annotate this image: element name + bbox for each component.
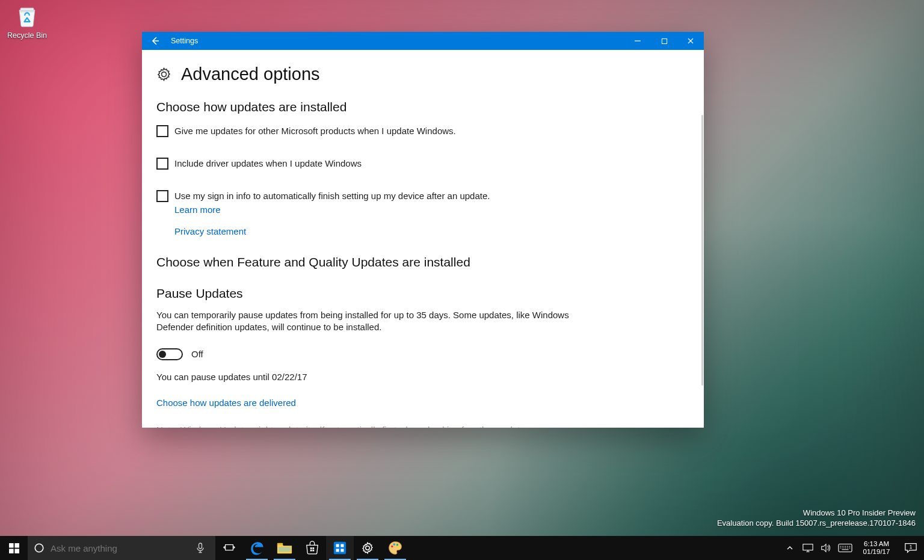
svg-point-24: [398, 546, 399, 548]
cortana-search[interactable]: [28, 536, 215, 560]
taskbar-app-settings[interactable]: [354, 536, 381, 560]
tray-volume[interactable]: [817, 543, 835, 553]
minimize-button[interactable]: [624, 32, 651, 50]
pause-updates-title: Pause Updates: [156, 286, 686, 301]
taskbar-app-edge[interactable]: [243, 536, 271, 560]
close-button[interactable]: [677, 32, 704, 50]
checkbox-ms-products[interactable]: [156, 125, 168, 137]
window-title: Settings: [168, 37, 198, 45]
arrow-left-icon: [150, 36, 160, 46]
maximize-button[interactable]: [651, 32, 677, 50]
scrollbar[interactable]: [701, 115, 703, 386]
svg-rect-8: [226, 545, 233, 550]
svg-rect-10: [279, 547, 291, 552]
svg-rect-7: [199, 543, 202, 549]
note-cut-text: Note: Windows Update might update itself…: [156, 425, 529, 428]
svg-rect-9: [277, 543, 283, 546]
checkbox-row-signin-info: Use my sign in info to automatically fin…: [156, 190, 686, 202]
svg-rect-2: [9, 543, 14, 548]
delivery-link[interactable]: Choose how updates are delivered: [156, 398, 296, 408]
speaker-icon: [821, 543, 831, 553]
cortana-ring-icon: [34, 543, 45, 553]
microphone-button[interactable]: [191, 543, 209, 553]
page-title: Advanced options: [181, 64, 320, 84]
svg-rect-14: [312, 550, 314, 552]
svg-rect-5: [14, 549, 19, 553]
checkbox-signin-info-label: Use my sign in info to automatically fin…: [174, 190, 490, 202]
gear-icon: [156, 67, 171, 82]
checkbox-row-driver-updates: Include driver updates when I update Win…: [156, 158, 686, 170]
scroll-area: Advanced options Choose how updates are …: [142, 50, 700, 428]
svg-point-23: [396, 544, 398, 546]
content-area: Advanced options Choose how updates are …: [142, 50, 704, 428]
checkbox-driver-updates-label: Include driver updates when I update Win…: [174, 158, 362, 170]
svg-rect-19: [340, 549, 343, 552]
watermark-line2: Evaluation copy. Build 15007.rs_prerelea…: [717, 518, 916, 529]
svg-rect-3: [14, 543, 19, 548]
start-button[interactable]: [0, 536, 28, 560]
clock-date: 01/19/17: [863, 548, 890, 556]
settings-window: Settings Advanced options: [142, 32, 704, 428]
pause-until-text: You can pause updates until 02/22/17: [156, 371, 590, 383]
taskbar-app-file-explorer[interactable]: [271, 536, 298, 560]
checkbox-signin-info[interactable]: [156, 190, 168, 202]
taskbar-app-store[interactable]: [298, 536, 326, 560]
desktop-watermark: Windows 10 Pro Insider Preview Evaluatio…: [717, 508, 916, 529]
taskbar: 6:13 AM 01/19/17 1: [0, 536, 924, 560]
checkbox-driver-updates[interactable]: [156, 158, 168, 170]
tray-keyboard[interactable]: [835, 543, 855, 553]
svg-rect-18: [336, 549, 339, 552]
tray-overflow[interactable]: [781, 544, 799, 552]
titlebar[interactable]: Settings: [142, 32, 704, 50]
desktop-background[interactable]: Recycle Bin Windows 10 Pro Insider Previ…: [0, 0, 924, 560]
svg-rect-11: [310, 547, 312, 549]
feedback-hub-icon: [333, 541, 347, 555]
svg-rect-0: [20, 8, 34, 11]
close-icon: [687, 37, 694, 45]
section-install-title: Choose how updates are installed: [156, 100, 686, 114]
learn-more-link[interactable]: Learn more: [174, 205, 221, 215]
svg-point-22: [393, 543, 395, 545]
edge-icon: [249, 540, 265, 556]
keyboard-icon: [838, 543, 852, 553]
gear-icon: [361, 541, 374, 555]
checkbox-row-ms-products: Give me updates for other Microsoft prod…: [156, 125, 686, 137]
svg-rect-13: [310, 550, 312, 552]
paint-palette-icon: [387, 540, 403, 556]
recycle-bin-icon[interactable]: Recycle Bin: [5, 2, 49, 40]
trash-icon: [14, 2, 40, 29]
clock-time: 6:13 AM: [864, 540, 889, 548]
back-button[interactable]: [142, 32, 168, 50]
section-feature-quality-title: Choose when Feature and Quality Updates …: [156, 255, 686, 269]
taskbar-app-feedback-hub[interactable]: [326, 536, 354, 560]
windows-logo-icon: [9, 543, 19, 553]
svg-rect-25: [803, 544, 813, 550]
recycle-bin-label: Recycle Bin: [5, 31, 49, 40]
svg-rect-4: [9, 549, 14, 553]
svg-rect-16: [336, 544, 339, 547]
pause-updates-body: You can temporarily pause updates from b…: [156, 309, 590, 334]
pause-updates-toggle-state: Off: [191, 349, 203, 359]
svg-rect-17: [340, 544, 343, 547]
action-center-button[interactable]: 1: [898, 542, 924, 554]
svg-text:1: 1: [910, 544, 913, 550]
minimize-icon: [634, 37, 641, 45]
pause-updates-toggle[interactable]: [156, 348, 183, 360]
svg-point-21: [391, 546, 393, 547]
store-icon: [305, 541, 319, 555]
task-view-button[interactable]: [215, 536, 243, 560]
notification-icon: 1: [904, 542, 917, 554]
search-input[interactable]: [51, 543, 185, 553]
watermark-line1: Windows 10 Pro Insider Preview: [717, 508, 916, 518]
maximize-icon: [661, 38, 668, 45]
tray-clock[interactable]: 6:13 AM 01/19/17: [855, 540, 898, 556]
privacy-statement-link[interactable]: Privacy statement: [174, 226, 246, 236]
taskbar-app-paint[interactable]: [381, 536, 409, 560]
svg-rect-1: [662, 38, 667, 43]
microphone-icon: [196, 543, 205, 553]
tray-hyperv[interactable]: [799, 543, 817, 553]
checkbox-ms-products-label: Give me updates for other Microsoft prod…: [174, 125, 456, 137]
folder-icon: [277, 541, 292, 555]
svg-rect-12: [312, 547, 314, 549]
monitor-icon: [802, 543, 813, 553]
